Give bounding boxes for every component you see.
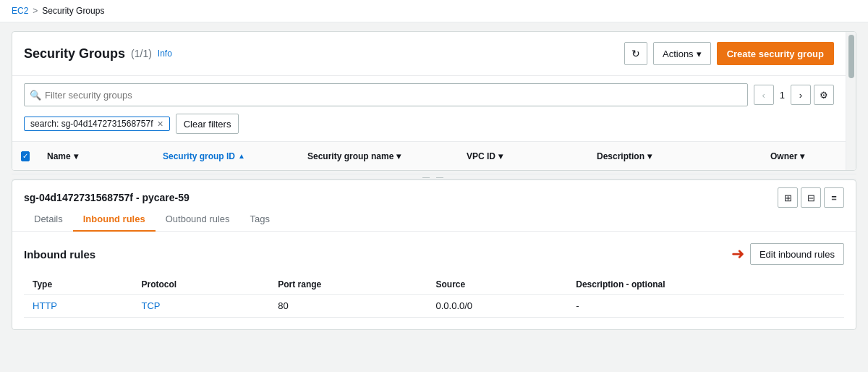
th-description-caret-icon: ▾ bbox=[647, 151, 652, 161]
panel-title-area: Security Groups (1/1) Info bbox=[24, 46, 172, 62]
split-view-button[interactable]: ⊟ bbox=[801, 187, 821, 208]
search-input-wrapper: 🔍 bbox=[24, 83, 748, 106]
tab-outbound-rules[interactable]: Outbound rules bbox=[156, 208, 240, 232]
select-all-checkbox[interactable]: ✓ bbox=[21, 151, 30, 161]
resize-handle-dots: — — bbox=[422, 173, 446, 181]
th-source: Source bbox=[427, 275, 567, 295]
filter-tag-close-icon[interactable]: × bbox=[157, 119, 163, 129]
inbound-rules-table: Type Protocol Port range Source Descript… bbox=[24, 275, 844, 318]
th-name-label: Name bbox=[47, 151, 71, 161]
table-header: ✓ Name ▾ Security group ID ▲ Security gr… bbox=[12, 141, 846, 170]
actions-caret-icon: ▾ bbox=[697, 48, 702, 59]
detail-resource-title: sg-04d1472731568757f - pycare-59 bbox=[24, 192, 190, 203]
th-sg-name-caret-icon: ▾ bbox=[396, 151, 401, 161]
gear-icon: ⚙ bbox=[820, 90, 828, 101]
pagination-prev-button[interactable]: ‹ bbox=[754, 85, 774, 105]
th-security-group-id[interactable]: Security group ID ▲ bbox=[154, 147, 299, 166]
breadcrumb-current-page: Security Groups bbox=[42, 6, 104, 16]
rule-description: - bbox=[567, 295, 844, 318]
resize-handle[interactable]: — — bbox=[12, 174, 856, 179]
th-owner-caret-icon: ▾ bbox=[800, 151, 804, 161]
inbound-rules-title: Inbound rules bbox=[24, 248, 95, 261]
tab-details[interactable]: Details bbox=[24, 208, 73, 232]
th-desc-optional: Description - optional bbox=[567, 275, 844, 295]
rule-protocol[interactable]: TCP bbox=[133, 295, 270, 318]
th-port-range: Port range bbox=[269, 275, 427, 295]
scrollbar-thumb[interactable] bbox=[848, 35, 854, 78]
th-name[interactable]: Name ▾ bbox=[38, 147, 154, 166]
th-sg-id-sort-icon: ▲ bbox=[238, 152, 245, 160]
th-sg-name-label: Security group name bbox=[307, 151, 393, 161]
list-view-button[interactable]: ≡ bbox=[824, 187, 844, 208]
arrow-right-icon: ➜ bbox=[731, 245, 744, 263]
pagination-page-number: 1 bbox=[777, 90, 788, 101]
th-sg-id-label: Security group ID bbox=[163, 151, 235, 161]
th-owner[interactable]: Owner ▾ bbox=[762, 147, 846, 166]
actions-button[interactable]: Actions ▾ bbox=[653, 42, 711, 65]
page-title: Security Groups bbox=[24, 46, 125, 62]
th-vpc-id-caret-icon: ▾ bbox=[498, 151, 503, 161]
table-checkbox-header[interactable]: ✓ bbox=[12, 147, 38, 166]
pagination-prev-icon: ‹ bbox=[762, 90, 765, 101]
scrollbar-track[interactable] bbox=[846, 32, 856, 170]
actions-label: Actions bbox=[663, 48, 694, 59]
th-security-group-name[interactable]: Security group name ▾ bbox=[299, 147, 458, 166]
rule-type[interactable]: HTTP bbox=[24, 295, 133, 318]
tab-inbound-rules[interactable]: Inbound rules bbox=[73, 208, 156, 232]
create-security-group-button[interactable]: Create security group bbox=[717, 42, 834, 65]
th-description[interactable]: Description ▾ bbox=[588, 147, 762, 166]
edit-inbound-rules-button[interactable]: Edit inbound rules bbox=[750, 243, 844, 265]
clear-filters-button[interactable]: Clear filters bbox=[176, 114, 239, 134]
search-filter-area: 🔍 ‹ 1 › ⚙ bbox=[12, 76, 846, 114]
search-icon: 🔍 bbox=[30, 90, 41, 101]
th-name-caret-icon: ▾ bbox=[74, 151, 78, 161]
info-link[interactable]: Info bbox=[158, 48, 172, 59]
detail-panel: sg-04d1472731568757f - pycare-59 ⊞ ⊟ ≡ D… bbox=[12, 179, 856, 330]
header-actions: ↻ Actions ▾ Create security group bbox=[624, 42, 834, 65]
detail-tabs: Details Inbound rules Outbound rules Tag… bbox=[12, 208, 856, 232]
tab-tags[interactable]: Tags bbox=[240, 208, 280, 232]
resource-count: (1/1) bbox=[131, 48, 152, 59]
grid-view-button[interactable]: ⊞ bbox=[778, 187, 798, 208]
inbound-rules-section: Inbound rules ➜ Edit inbound rules Type … bbox=[12, 232, 856, 329]
th-vpc-id[interactable]: VPC ID ▾ bbox=[458, 147, 588, 166]
table-row: HTTP TCP 80 0.0.0.0/0 - bbox=[24, 295, 844, 318]
view-controls: ⊞ ⊟ ≡ bbox=[778, 187, 844, 208]
breadcrumb-separator: > bbox=[33, 6, 38, 16]
th-protocol: Protocol bbox=[133, 275, 270, 295]
search-input[interactable] bbox=[24, 83, 748, 106]
filter-tag-text: search: sg-04d1472731568757f bbox=[30, 119, 153, 129]
settings-button[interactable]: ⚙ bbox=[814, 85, 834, 105]
refresh-icon: ↻ bbox=[631, 48, 640, 59]
filter-bar: search: sg-04d1472731568757f × Clear fil… bbox=[12, 114, 846, 141]
th-description-label: Description bbox=[597, 151, 644, 161]
rule-port-range: 80 bbox=[269, 295, 427, 318]
th-type: Type bbox=[24, 275, 133, 295]
rules-table-header-row: Type Protocol Port range Source Descript… bbox=[24, 275, 844, 295]
pagination-next-button[interactable]: › bbox=[791, 85, 811, 105]
inbound-rules-header: Inbound rules ➜ Edit inbound rules bbox=[24, 243, 844, 265]
breadcrumb-ec2-link[interactable]: EC2 bbox=[12, 6, 28, 16]
active-filter-tag: search: sg-04d1472731568757f × bbox=[24, 117, 170, 131]
th-vpc-id-label: VPC ID bbox=[467, 151, 495, 161]
rule-source: 0.0.0.0/0 bbox=[427, 295, 567, 318]
pagination-next-icon: › bbox=[799, 90, 802, 101]
refresh-button[interactable]: ↻ bbox=[624, 42, 647, 65]
th-owner-label: Owner bbox=[770, 151, 797, 161]
